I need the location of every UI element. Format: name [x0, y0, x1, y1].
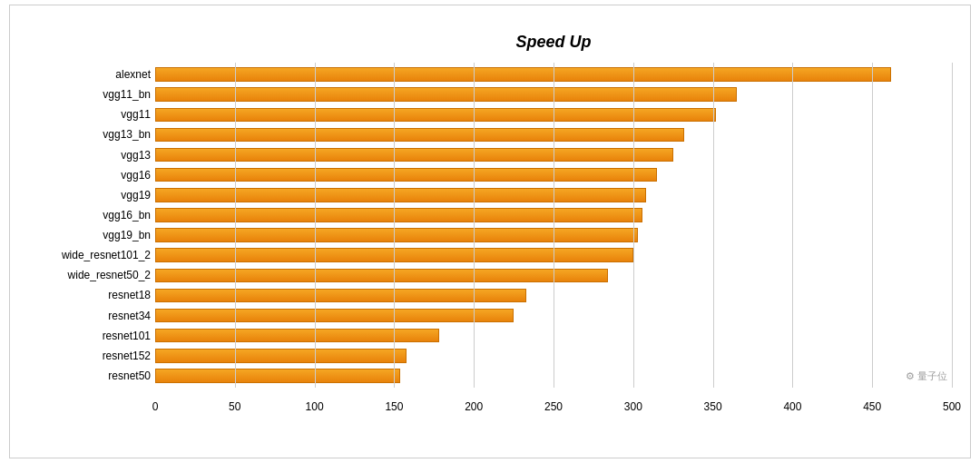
x-axis-tick-label: 350	[704, 400, 722, 413]
x-axis-tick-label: 200	[465, 400, 483, 413]
bar-row: resnet101	[155, 326, 952, 346]
chart-container: Speed Up alexnetvgg11_bnvgg11vgg13_bnvgg…	[9, 5, 971, 458]
bar	[155, 329, 439, 342]
bar-row: resnet34	[155, 306, 952, 326]
bar-row: vgg13_bn	[155, 124, 952, 144]
bar-row: vgg19	[155, 185, 952, 205]
bar	[155, 67, 891, 81]
bar	[155, 309, 514, 322]
bar-label: vgg16_bn	[10, 209, 151, 222]
x-axis-tick-label: 250	[544, 400, 563, 413]
bar-label: vgg19_bn	[10, 229, 151, 241]
bar	[155, 87, 737, 101]
bar-label: resnet101	[10, 330, 151, 342]
bar	[155, 128, 684, 142]
bar-label: vgg13_bn	[10, 128, 151, 141]
bar-label: vgg13	[10, 149, 151, 162]
x-axis-labels: 050100150200250300350400450500	[155, 389, 952, 415]
bar	[155, 269, 608, 282]
bar-row: vgg19_bn	[155, 225, 952, 245]
bar-row: vgg13	[155, 145, 952, 165]
bar	[155, 228, 638, 241]
bar-label: vgg11	[10, 108, 151, 121]
bar-row: vgg11	[155, 104, 952, 124]
x-axis-tick-label: 150	[385, 400, 403, 413]
x-axis-tick-label: 0	[152, 400, 159, 413]
bar-row: wide_resnet50_2	[155, 265, 952, 285]
bar-row: wide_resnet101_2	[155, 245, 952, 265]
bar-label: resnet18	[10, 289, 151, 301]
bar-row: resnet50	[155, 366, 952, 386]
bar	[155, 188, 646, 202]
grid-line	[952, 63, 953, 388]
bar-row: vgg16	[155, 165, 952, 185]
bar-row: resnet152	[155, 346, 952, 366]
bar	[155, 108, 716, 122]
chart-title: Speed Up	[155, 33, 952, 52]
bar-row: vgg16_bn	[155, 205, 952, 225]
bar-label: alexnet	[10, 68, 151, 81]
chart-area: alexnetvgg11_bnvgg11vgg13_bnvgg13vgg16vg…	[155, 63, 952, 415]
bar	[155, 369, 400, 382]
x-axis-tick-label: 450	[863, 400, 881, 413]
x-axis-tick-label: 400	[783, 400, 801, 413]
bar	[155, 248, 633, 261]
bar-label: vgg19	[10, 189, 151, 202]
bar-label: resnet50	[10, 369, 151, 382]
bar-label: vgg16	[10, 169, 151, 182]
bar-label: vgg11_bn	[10, 88, 151, 101]
watermark: ⚙ 量子位	[906, 369, 947, 383]
x-axis-tick-label: 500	[943, 400, 961, 413]
bar	[155, 208, 642, 222]
bar	[155, 289, 526, 302]
watermark-text: 量子位	[917, 369, 947, 383]
bar-row: alexnet	[155, 64, 952, 84]
bars-container: alexnetvgg11_bnvgg11vgg13_bnvgg13vgg16vg…	[155, 63, 952, 388]
bar-row: vgg11_bn	[155, 84, 952, 104]
x-axis-tick-label: 50	[229, 400, 240, 413]
bar-row: resnet18	[155, 285, 952, 305]
bar	[155, 349, 407, 362]
bar-label: wide_resnet101_2	[10, 249, 151, 261]
bar	[155, 148, 673, 162]
bar-label: resnet152	[10, 350, 151, 362]
bar	[155, 168, 657, 182]
bar-label: resnet34	[10, 310, 151, 322]
x-axis-tick-label: 100	[306, 400, 324, 413]
watermark-icon: ⚙	[906, 370, 915, 382]
bar-label: wide_resnet50_2	[10, 269, 151, 281]
x-axis-tick-label: 300	[624, 400, 642, 413]
